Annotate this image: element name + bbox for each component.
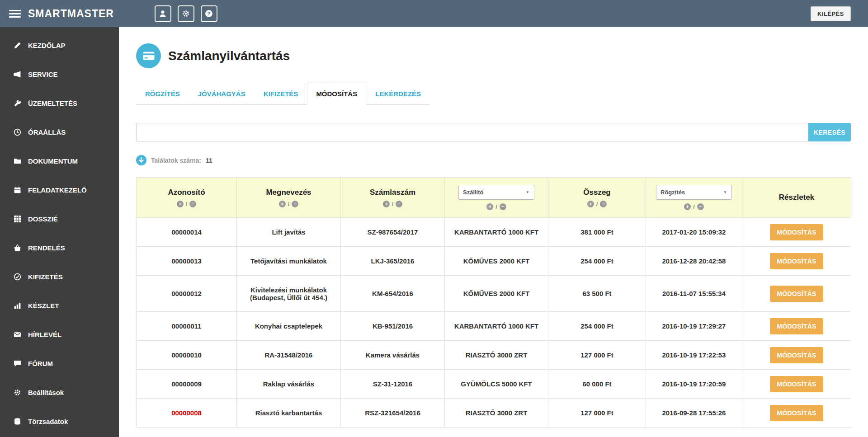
tab-rogzites[interactable]: RÖGZÍTÉS [136, 83, 189, 105]
cell-azonosito: 00000012 [137, 276, 237, 312]
modify-button[interactable]: MÓDOSÍTÁS [770, 405, 823, 421]
database-icon [14, 418, 21, 425]
cell-osszeg: 127 000 Ft [548, 341, 646, 370]
modify-button[interactable]: MÓDOSÍTÁS [770, 224, 823, 240]
app-brand: SMARTMASTER [28, 8, 114, 20]
sidebar-item-kezdolap[interactable]: KEZDŐLAP [0, 31, 119, 60]
cell-szamlaszam: LKJ-365/2016 [341, 247, 445, 276]
cell-reszletek: MÓDOSÍTÁS [742, 218, 851, 247]
sidebar-item-beallitasok[interactable]: Beállítások [0, 378, 119, 407]
sidebar-item-uzemeltetes[interactable]: ÜZEMELTETÉS [0, 89, 119, 117]
modify-button[interactable]: MÓDOSÍTÁS [770, 347, 823, 363]
chevron-down-icon [723, 190, 727, 195]
results-label: Találatok száma: [151, 157, 201, 164]
sort-asc-icon[interactable] [383, 201, 390, 207]
sidebar-item-forum[interactable]: FÓRUM [0, 349, 119, 378]
calendar-icon [14, 186, 21, 194]
column-header-osszeg: Összeg [548, 178, 646, 218]
cell-megnevezes: Kivitelezési munkálatok (Budapest, Üllői… [237, 276, 341, 312]
megaphone-icon [14, 70, 21, 78]
sidebar-item-label: Beállítások [28, 389, 64, 396]
cell-reszletek: MÓDOSÍTÁS [742, 276, 851, 312]
tab-lekerdezes[interactable]: LEKÉRDEZÉS [366, 83, 430, 105]
table-row: 00000014 Lift javítás SZ-987654/2017 KAR… [137, 218, 851, 247]
sidebar-item-hirlevel[interactable]: HÍRLEVÉL [0, 320, 119, 349]
sidebar-item-oraallas[interactable]: ÓRAÁLLÁS [0, 117, 119, 146]
cell-azonosito: 00000010 [137, 341, 237, 370]
cell-szallito: RIASZTÓ 3000 ZRT [445, 399, 548, 428]
hamburger-menu-icon[interactable] [9, 10, 21, 18]
supplier-filter-select[interactable]: Szállító [458, 185, 534, 200]
sort-desc-icon[interactable] [697, 203, 704, 210]
sidebar-item-label: KIFIZETÉS [28, 273, 63, 281]
sort-desc-icon[interactable] [500, 203, 506, 210]
page-header: Számlanyilvántartás [136, 43, 851, 68]
column-header-rogzites: Rögzítés [646, 178, 742, 218]
clock-icon [14, 128, 21, 136]
sidebar-item-rendeles[interactable]: RENDELÉS [0, 233, 119, 262]
sidebar-item-label: RENDELÉS [28, 244, 65, 252]
results-summary: Találatok száma: 11 [136, 155, 851, 165]
tab-kifizetes[interactable]: KIFIZETÉS [255, 83, 307, 105]
column-title: Azonosító [168, 188, 205, 197]
sort-asc-icon[interactable] [684, 203, 691, 210]
sort-desc-icon[interactable] [600, 201, 607, 207]
sort-asc-icon[interactable] [177, 201, 184, 207]
cell-szallito: KARBANTARTÓ 1000 KFT [445, 218, 548, 247]
modify-button[interactable]: MÓDOSÍTÁS [770, 318, 823, 334]
sidebar-item-dosszie[interactable]: DOSSZIÉ [0, 204, 119, 233]
cell-rogzites: 2017-01-20 15:09:32 [646, 218, 742, 247]
sort-desc-icon[interactable] [292, 201, 298, 207]
gear-icon [14, 389, 21, 396]
table-row: 00000011 Konyhai csaptelepek KB-951/2016… [137, 312, 851, 341]
sidebar-item-keszlet[interactable]: KÉSZLET [0, 291, 119, 320]
search-input[interactable] [136, 123, 808, 141]
sidebar-item-label: Törzsadatok [28, 418, 68, 425]
sidebar: KEZDŐLAP SERVICE ÜZEMELTETÉS ÓRAÁLLÁS DO… [0, 27, 119, 437]
tab-jovahagyas[interactable]: JÓVÁHAGYÁS [189, 83, 255, 105]
sort-asc-icon[interactable] [486, 203, 493, 210]
table-row: 00000010 RA-31548/2016 Kamera vásárlás R… [137, 341, 851, 370]
sidebar-item-torzsadatok[interactable]: Törzsadatok [0, 407, 119, 436]
cell-rogzites: 2016-12-28 20:42:58 [646, 247, 742, 276]
check-circle-icon [14, 273, 21, 281]
exit-button[interactable]: KILÉPÉS [811, 6, 851, 21]
sort-separator [693, 203, 695, 210]
sidebar-item-kifizetes[interactable]: KIFIZETÉS [0, 262, 119, 291]
sidebar-item-feladatkezelo[interactable]: FELADATKEZELŐ [0, 175, 119, 204]
sort-desc-icon[interactable] [189, 201, 196, 207]
rogzites-filter-select[interactable]: Rögzítés [656, 185, 732, 200]
sort-desc-icon[interactable] [396, 201, 402, 207]
search-button[interactable]: KERESÉS [808, 123, 851, 141]
search-bar: KERESÉS [136, 123, 851, 141]
table-row: 00000008 Riasztó karbantartás RSZ-321654… [137, 399, 851, 428]
sort-separator [392, 201, 394, 207]
cell-azonosito: 00000013 [137, 247, 237, 276]
envelope-icon [14, 331, 21, 338]
sort-separator [596, 201, 598, 207]
modify-button[interactable]: MÓDOSÍTÁS [770, 253, 823, 269]
modify-button[interactable]: MÓDOSÍTÁS [770, 376, 823, 392]
sort-asc-icon[interactable] [587, 201, 594, 207]
comment-icon [14, 360, 21, 367]
cell-szallito: KARBANTARTÓ 1000 KFT [445, 312, 548, 341]
sort-asc-icon[interactable] [279, 201, 286, 207]
sidebar-item-dokumentum[interactable]: DOKUMENTUM [0, 146, 119, 175]
cell-rogzites: 2016-11-07 15:55:34 [646, 276, 742, 312]
cell-szamlaszam: RSZ-321654/2016 [341, 399, 445, 428]
gear-icon[interactable] [178, 5, 194, 22]
column-header-szamlaszam: Számlaszám [341, 178, 445, 218]
sort-controls [587, 201, 607, 207]
cell-osszeg: 254 000 Ft [548, 247, 646, 276]
sidebar-item-label: ÓRAÁLLÁS [28, 128, 66, 136]
svg-text:?: ? [208, 10, 211, 17]
cell-szamlaszam: Kamera vásárlás [341, 341, 445, 370]
sidebar-item-label: ÜZEMELTETÉS [28, 99, 77, 107]
help-icon[interactable]: ? [201, 5, 217, 22]
modify-button[interactable]: MÓDOSÍTÁS [770, 286, 823, 302]
tab-modositas[interactable]: MÓDOSÍTÁS [307, 83, 366, 105]
sidebar-item-service[interactable]: SERVICE [0, 60, 119, 89]
sort-controls [486, 203, 506, 210]
cell-azonosito: 00000008 [137, 399, 237, 428]
user-icon[interactable] [155, 5, 171, 22]
